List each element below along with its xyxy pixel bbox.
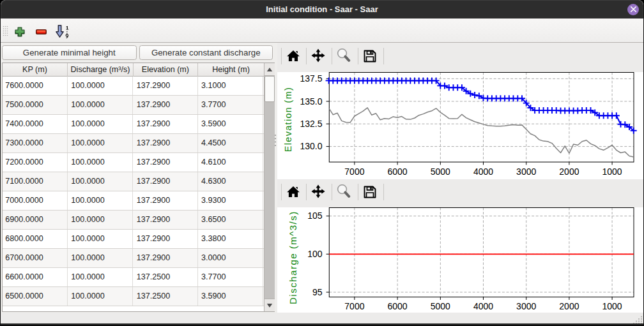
- svg-text:2000: 2000: [559, 301, 579, 311]
- svg-text:95: 95: [312, 287, 323, 297]
- svg-text:Discharge (m^3/s): Discharge (m^3/s): [288, 211, 298, 304]
- svg-text:100: 100: [307, 249, 323, 259]
- svg-text:5000: 5000: [431, 167, 450, 177]
- svg-text:5000: 5000: [431, 301, 450, 311]
- svg-text:6000: 6000: [388, 167, 408, 177]
- svg-text:1000: 1000: [602, 167, 622, 177]
- svg-text:6000: 6000: [388, 301, 408, 311]
- svg-text:7000: 7000: [344, 167, 364, 177]
- svg-text:7000: 7000: [344, 301, 364, 311]
- svg-text:132.5: 132.5: [300, 119, 322, 129]
- svg-text:3000: 3000: [516, 167, 536, 177]
- svg-text:4000: 4000: [473, 167, 493, 177]
- svg-text:3000: 3000: [516, 301, 536, 311]
- svg-text:Elevation (m): Elevation (m): [283, 87, 293, 152]
- svg-text:2000: 2000: [559, 167, 579, 177]
- svg-text:1000: 1000: [602, 301, 622, 311]
- svg-text:137.5: 137.5: [300, 73, 322, 84]
- svg-text:4000: 4000: [473, 301, 493, 311]
- svg-text:135.0: 135.0: [300, 96, 322, 107]
- svg-text:105: 105: [307, 211, 323, 221]
- svg-text:130.0: 130.0: [300, 141, 322, 151]
